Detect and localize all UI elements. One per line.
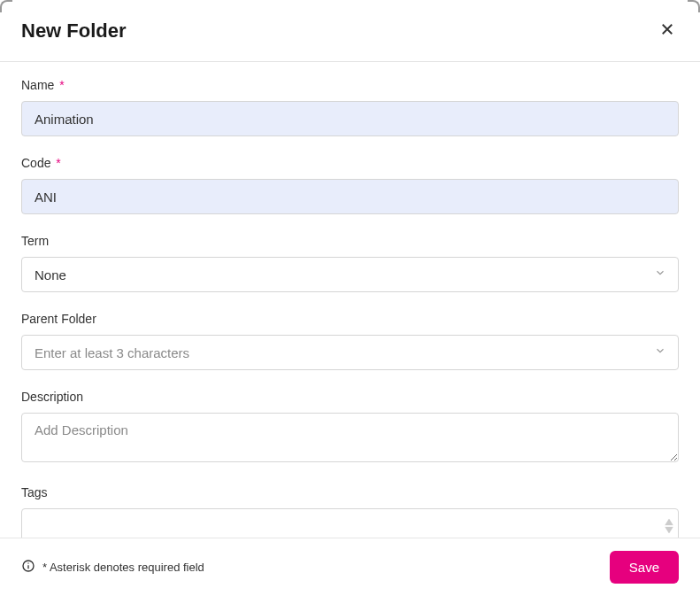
info-icon xyxy=(21,559,35,576)
field-code: Code * xyxy=(21,156,679,214)
corner-decoration xyxy=(0,0,12,12)
required-mark: * xyxy=(59,78,64,92)
form-body: Name * Code * Term None Parent Folder En… xyxy=(0,62,700,572)
name-label: Name * xyxy=(21,78,679,92)
chevron-up-icon xyxy=(665,519,673,526)
dialog-header: New Folder xyxy=(0,0,700,62)
dialog-title: New Folder xyxy=(21,19,127,43)
chevron-down-icon xyxy=(665,527,673,534)
parent-folder-label: Parent Folder xyxy=(21,312,679,326)
corner-decoration xyxy=(688,0,700,12)
field-term: Term None xyxy=(21,234,679,292)
name-label-text: Name xyxy=(21,78,54,92)
term-select-value: None xyxy=(35,267,66,283)
svg-point-2 xyxy=(27,562,28,563)
code-label-text: Code xyxy=(21,156,50,170)
parent-folder-select-wrap: Enter at least 3 characters xyxy=(21,335,679,370)
description-input[interactable] xyxy=(21,413,679,462)
save-button[interactable]: Save xyxy=(610,551,679,584)
term-label: Term xyxy=(21,234,679,248)
term-select[interactable]: None xyxy=(21,257,679,292)
field-tags: Tags xyxy=(21,485,679,544)
field-parent-folder: Parent Folder Enter at least 3 character… xyxy=(21,312,679,370)
field-description: Description xyxy=(21,390,679,466)
footer-note: * Asterisk denotes required field xyxy=(21,559,204,576)
description-label: Description xyxy=(21,390,679,404)
code-input[interactable] xyxy=(21,179,679,214)
code-label: Code * xyxy=(21,156,679,170)
tags-stepper[interactable] xyxy=(665,519,673,534)
close-button[interactable] xyxy=(656,18,679,43)
field-name: Name * xyxy=(21,78,679,136)
parent-folder-select[interactable]: Enter at least 3 characters xyxy=(21,335,679,370)
name-input[interactable] xyxy=(21,101,679,136)
close-icon xyxy=(659,21,675,40)
parent-folder-placeholder: Enter at least 3 characters xyxy=(35,345,189,360)
required-mark: * xyxy=(56,156,60,170)
term-select-wrap: None xyxy=(21,257,679,292)
footer-note-text: * Asterisk denotes required field xyxy=(42,561,204,574)
dialog-footer: * Asterisk denotes required field Save xyxy=(0,538,700,596)
tags-label: Tags xyxy=(21,485,679,499)
